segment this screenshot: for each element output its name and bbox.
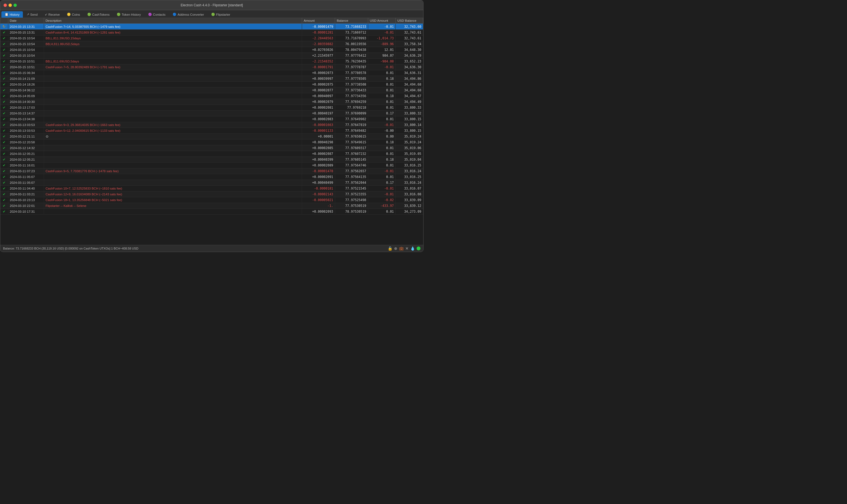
row-usd-balance: 34,273.09: [396, 209, 423, 215]
table-row[interactable]: ✔2024-03-12 14:32+0.0000208577.976093170…: [0, 145, 423, 151]
row-description: [44, 140, 302, 145]
table-row[interactable]: ✔2024-03-15 10:54+0.0270302678.004794381…: [0, 47, 423, 53]
minimize-button[interactable]: [8, 4, 12, 7]
tab-address-converter[interactable]: 🔵 Address Converter: [169, 11, 207, 18]
row-status-icon: ✔: [0, 192, 8, 197]
row-status-icon: ✔: [0, 186, 8, 192]
col-header-icon: [0, 18, 8, 24]
table-row[interactable]: ✔2024-03-11 03:21CashFusion 12+9, 16.016…: [0, 192, 423, 197]
row-date: 2024-03-15 10:54: [8, 35, 44, 41]
table-row[interactable]: ✔2024-03-12 05:21+0.0004039977.976051450…: [0, 157, 423, 163]
row-amount: +0.00040399: [302, 157, 335, 163]
tab-cashtokens[interactable]: 🟢 CashTokens: [84, 11, 113, 18]
table-row[interactable]: ✔2024-03-13 17:03+0.0000208177.97692180.…: [0, 105, 423, 111]
row-description: [44, 151, 302, 157]
tab-receive[interactable]: ↙ Receive: [41, 11, 63, 18]
table-row[interactable]: ✔2024-03-14 06:12+0.0000207777.977364330…: [0, 88, 423, 93]
row-status-icon: ✔: [0, 209, 8, 215]
table-row[interactable]: ✔2024-03-15 10:54BB,L,811.39USD,15days-2…: [0, 35, 423, 41]
exchange-icon[interactable]: 💧: [410, 246, 415, 251]
row-amount: +0.00039997: [302, 76, 335, 82]
row-description: [44, 111, 302, 116]
row-balance: 77.9769218: [335, 105, 368, 111]
tab-history[interactable]: 📋 History: [1, 11, 23, 18]
table-row[interactable]: ✔2024-03-15 10:54BB,H,811.86USD,5days-2.…: [0, 41, 423, 47]
col-header-usd-balance[interactable]: USD Balance: [396, 18, 423, 24]
table-row[interactable]: ✔2024-03-10 17:31+0.0000209378.975305190…: [0, 209, 423, 215]
table-row[interactable]: ✔2024-03-13 14:37+0.0004019777.976900990…: [0, 111, 423, 116]
table-row[interactable]: ✔2024-03-14 00:30+0.0000207977.976942590…: [0, 99, 423, 105]
table-row[interactable]: ✔2024-03-12 21:11⊙+0.0000177.976506150.0…: [0, 134, 423, 140]
col-header-date[interactable]: Date: [8, 18, 44, 24]
row-description: [44, 76, 302, 82]
tab-token-history[interactable]: 🟢 Token History: [114, 11, 144, 18]
table-row[interactable]: ✔2024-03-15 10:51CashFusion 7+5, 28.8039…: [0, 65, 423, 70]
row-status-icon: ✔: [0, 168, 8, 174]
tab-flipstarter[interactable]: 🟢 Flipstarter: [208, 11, 234, 18]
table-row[interactable]: ✔2024-03-11 05:07+0.0000209177.975641350…: [0, 174, 423, 180]
row-balance: 78.97530519: [335, 209, 368, 215]
table-row[interactable]: ✔2024-03-11 07:23CashFusion 9+5, 7.70381…: [0, 168, 423, 174]
table-row[interactable]: ✔2024-03-10 23:13CashFusion 18+1, 13.352…: [0, 197, 423, 203]
table-row[interactable]: ✔2024-03-13 03:53CashFusion 9+3, 29.3681…: [0, 122, 423, 128]
table-row[interactable]: ↻2024-03-15 13:31CashFusion 7+14, 5.0338…: [0, 24, 423, 30]
col-header-amount[interactable]: Amount: [302, 18, 335, 24]
table-row[interactable]: ✔2024-03-11 04:40CashFusion 10+7, 12.525…: [0, 186, 423, 192]
close-button[interactable]: [4, 4, 7, 7]
col-header-usd-amount[interactable]: USD Amount: [368, 18, 396, 24]
table-row[interactable]: ✔2024-03-13 03:53CashFusion 5+12, 2.0400…: [0, 128, 423, 134]
row-amount: -2.21548352: [302, 59, 335, 65]
row-date: 2024-03-11 05:07: [8, 174, 44, 180]
row-amount: +0.00040097: [302, 93, 335, 99]
table-row[interactable]: ✔2024-03-13 04:38+0.0000208377.976499020…: [0, 116, 423, 122]
history-table-container[interactable]: Date Description Amount Balance USD Amou…: [0, 18, 423, 245]
tab-send[interactable]: ↗ Send: [23, 11, 41, 18]
table-row[interactable]: ✔2024-03-15 10:54+2.2154597777.977764129…: [0, 53, 423, 59]
titlebar: Electron Cash 4.4.0 - Flipstarter [stand…: [0, 0, 423, 10]
row-usd-balance: 35,019.05: [396, 151, 423, 157]
network-icon[interactable]: ⊕: [394, 246, 397, 251]
row-usd-balance: 35,019.24: [396, 134, 423, 140]
row-status-icon: ✔: [0, 82, 8, 88]
table-row[interactable]: ✔2024-03-15 06:34+0.0000207377.977805780…: [0, 70, 423, 76]
row-usd-amount: 0.17: [368, 111, 396, 116]
row-status-icon: ✔: [0, 116, 8, 122]
row-date: 2024-03-10 23:13: [8, 197, 44, 203]
row-date: 2024-03-13 14:37: [8, 111, 44, 116]
tab-contacts[interactable]: 🟣 Contacts: [145, 11, 169, 18]
row-status-icon: ✔: [0, 140, 8, 145]
row-description: [44, 47, 302, 53]
row-usd-balance: 34,636.31: [396, 70, 423, 76]
col-header-balance[interactable]: Balance: [335, 18, 368, 24]
table-row[interactable]: ✔2024-03-14 18:26+0.0000207577.977385080…: [0, 82, 423, 88]
row-balance: 77.97650615: [335, 134, 368, 140]
row-amount: -0.00001791: [302, 65, 335, 70]
connection-status-indicator: [417, 247, 420, 250]
row-amount: +0.00002093: [302, 209, 335, 215]
table-row[interactable]: ✔2024-03-14 21:09+0.0003999777.977785050…: [0, 76, 423, 82]
row-amount: +0.00001: [302, 134, 335, 140]
table-row[interactable]: ✔2024-03-14 05:09+0.0004009777.977343560…: [0, 93, 423, 99]
row-status-icon: ✔: [0, 157, 8, 163]
row-balance: 77.97521545: [335, 186, 368, 192]
row-date: 2024-03-13 17:03: [8, 105, 44, 111]
row-balance: 77.97525498: [335, 197, 368, 203]
table-row[interactable]: ✔2024-03-15 10:51BB,L,811.69USD,5days-2.…: [0, 59, 423, 65]
fullscreen-button[interactable]: [14, 4, 17, 7]
token-history-tab-icon: 🟢: [117, 13, 121, 16]
table-row[interactable]: ✔2024-03-11 16:01+0.0000208977.975647460…: [0, 163, 423, 168]
row-amount: -0.00002143: [302, 192, 335, 197]
table-row[interactable]: ✔2024-03-15 13:31CashFusion 8+4, 14.4125…: [0, 30, 423, 35]
lock-icon[interactable]: 🔒: [388, 246, 392, 251]
row-usd-amount: 0.18: [368, 93, 396, 99]
tab-coins[interactable]: 🪙 Coins: [64, 11, 83, 18]
table-row[interactable]: ✔2024-03-12 20:58+0.0004029877.976496150…: [0, 140, 423, 145]
row-balance: 77.97562657: [335, 168, 368, 174]
settings-icon[interactable]: ✕: [405, 246, 409, 251]
table-row[interactable]: ✔2024-03-12 05:21+0.0000208777.976072320…: [0, 151, 423, 157]
wallet-icon[interactable]: 💼: [399, 246, 404, 251]
table-row[interactable]: ✔2024-03-11 05:07+0.0004049977.975620440…: [0, 180, 423, 186]
table-row[interactable]: ✔2024-03-10 22:01Flipstarter -- Kallisti…: [0, 203, 423, 209]
col-header-description[interactable]: Description: [44, 18, 302, 24]
row-usd-amount: 0.01: [368, 163, 396, 168]
